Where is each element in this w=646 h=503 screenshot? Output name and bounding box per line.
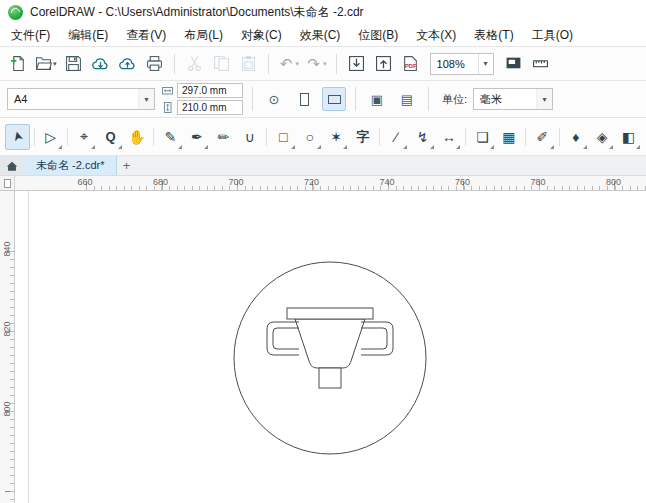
- interactive-fill-tool[interactable]: ◧: [616, 124, 640, 150]
- toolbox-separator: [153, 128, 154, 146]
- cut-button[interactable]: [182, 51, 207, 77]
- connector-tool[interactable]: ↯: [410, 124, 434, 150]
- page-height-field[interactable]: 210.0 mm: [177, 100, 243, 115]
- fill-tool[interactable]: ◈: [590, 124, 614, 150]
- home-button[interactable]: [0, 156, 24, 175]
- save-to-cloud-button[interactable]: [115, 51, 140, 77]
- text-tool[interactable]: 字: [350, 124, 374, 150]
- page-dimensions: 297.0 mm 210.0 mm: [161, 83, 243, 115]
- page-options-button[interactable]: ⊙: [262, 87, 286, 111]
- canvas[interactable]: [15, 191, 646, 503]
- copy-button[interactable]: [209, 51, 234, 77]
- transparency-tool[interactable]: ▦: [497, 124, 521, 150]
- menu-text[interactable]: 文本(X): [407, 24, 465, 46]
- dimension-tool[interactable]: ↔: [437, 124, 461, 150]
- polygon-tool[interactable]: ✶: [324, 124, 348, 150]
- export-icon: [375, 55, 392, 72]
- menu-bitmaps[interactable]: 位图(B): [349, 24, 407, 46]
- pen-tool-icon: ✏: [218, 129, 230, 145]
- page-options-icon: ⊙: [269, 92, 280, 107]
- open-from-cloud-button[interactable]: [88, 51, 113, 77]
- save-button[interactable]: [61, 51, 86, 77]
- open-document-button[interactable]: ▾: [33, 51, 59, 77]
- menu-tools[interactable]: 工具(O): [523, 24, 582, 46]
- pan-tool[interactable]: ✋: [125, 124, 149, 150]
- pick-tool-icon: ➤: [9, 129, 26, 143]
- paste-button[interactable]: [236, 51, 261, 77]
- open-folder-icon: [35, 55, 52, 72]
- drawing-cup-rim[interactable]: [287, 308, 373, 319]
- bezier-tool[interactable]: ✒: [185, 124, 209, 150]
- shape-tool[interactable]: ▷: [38, 124, 62, 150]
- connector-tool-icon: ↯: [417, 129, 429, 145]
- ellipse-tool[interactable]: ○: [298, 124, 322, 150]
- horizontal-ruler-number: 700: [228, 177, 243, 187]
- page-size-select[interactable]: A4 ▾: [7, 88, 155, 110]
- propbar-separator: [355, 87, 356, 111]
- rectangle-tool[interactable]: □: [271, 124, 295, 150]
- shape-tool-icon: ▷: [45, 129, 56, 145]
- page-width-field[interactable]: 297.0 mm: [177, 83, 243, 98]
- menu-edit[interactable]: 编辑(E): [59, 24, 117, 46]
- page-height-icon: [161, 101, 174, 114]
- toolbox-separator: [525, 128, 526, 146]
- menu-effects[interactable]: 效果(C): [291, 24, 350, 46]
- drawing-layer: [15, 191, 646, 503]
- units-label: 单位:: [442, 92, 467, 107]
- portrait-button[interactable]: [292, 87, 316, 111]
- landscape-button[interactable]: [322, 87, 346, 111]
- fullscreen-icon: [505, 55, 522, 72]
- fullscreen-preview-button[interactable]: [501, 51, 526, 77]
- freehand-tool[interactable]: ✎: [158, 124, 182, 150]
- show-rulers-button[interactable]: [528, 51, 553, 77]
- import-button[interactable]: [344, 51, 369, 77]
- menu-layout[interactable]: 布局(L): [175, 24, 232, 46]
- chevron-down-icon: ▾: [53, 60, 57, 68]
- pen-tool[interactable]: ✏: [211, 124, 235, 150]
- horizontal-ruler[interactable]: 660680700720740760780800: [15, 176, 646, 191]
- menu-file[interactable]: 文件(F): [2, 24, 59, 46]
- document-tab[interactable]: 未命名 -2.cdr*: [24, 156, 117, 175]
- drawing-base-square[interactable]: [319, 368, 341, 388]
- units-value: 毫米: [474, 89, 536, 109]
- bspline-tool[interactable]: ∪: [238, 124, 262, 150]
- pdf-icon: PDF: [402, 55, 419, 72]
- toolbox: ➤▷⌖Q✋✎✒✏∪□○✶字∕↯↔❏▦✐♦◈◧: [0, 118, 646, 156]
- eyedropper-tool-icon: ✐: [536, 129, 548, 145]
- import-icon: [348, 55, 365, 72]
- horizontal-ruler-number: 800: [606, 177, 621, 187]
- menu-view[interactable]: 查看(V): [117, 24, 175, 46]
- new-tab-button[interactable]: +: [117, 156, 135, 175]
- menu-object[interactable]: 对象(C): [232, 24, 291, 46]
- eyedropper-tool[interactable]: ✐: [530, 124, 554, 150]
- crop-tool[interactable]: ⌖: [72, 124, 96, 150]
- save-icon: [65, 55, 82, 72]
- toolbox-separator: [67, 128, 68, 146]
- new-document-button[interactable]: [6, 51, 31, 77]
- bspline-tool-icon: ∪: [245, 129, 255, 145]
- line-tool[interactable]: ∕: [384, 124, 408, 150]
- document-tab-bar: 未命名 -2.cdr* +: [0, 156, 646, 176]
- redo-button[interactable]: ↷▾: [303, 51, 329, 77]
- vertical-ruler[interactable]: 840820800: [0, 191, 15, 503]
- zoom-level-combobox[interactable]: 108%▾: [430, 53, 494, 75]
- menu-table[interactable]: 表格(T): [465, 24, 522, 46]
- apply-current-page-button[interactable]: ▤: [395, 87, 419, 111]
- drop-shadow-tool[interactable]: ❏: [470, 124, 494, 150]
- cloud-open-icon: [92, 55, 109, 72]
- units-select[interactable]: 毫米 ▾: [473, 88, 553, 110]
- apply-all-pages-button[interactable]: ▣: [365, 87, 389, 111]
- export-button[interactable]: [371, 51, 396, 77]
- ruler-origin-button[interactable]: [0, 176, 15, 191]
- outline-pen-tool[interactable]: ♦: [564, 124, 588, 150]
- print-button[interactable]: [142, 51, 167, 77]
- toolbox-separator: [559, 128, 560, 146]
- publish-pdf-button[interactable]: PDF: [398, 51, 423, 77]
- undo-button[interactable]: ↶▾: [276, 51, 302, 77]
- pick-tool[interactable]: ➤: [5, 124, 30, 150]
- vertical-ruler-number: 800: [2, 398, 12, 420]
- chevron-down-icon: ▾: [138, 89, 154, 109]
- toolbox-separator: [266, 128, 267, 146]
- zoom-tool[interactable]: Q: [98, 124, 122, 150]
- rectangle-tool-icon: □: [279, 129, 287, 145]
